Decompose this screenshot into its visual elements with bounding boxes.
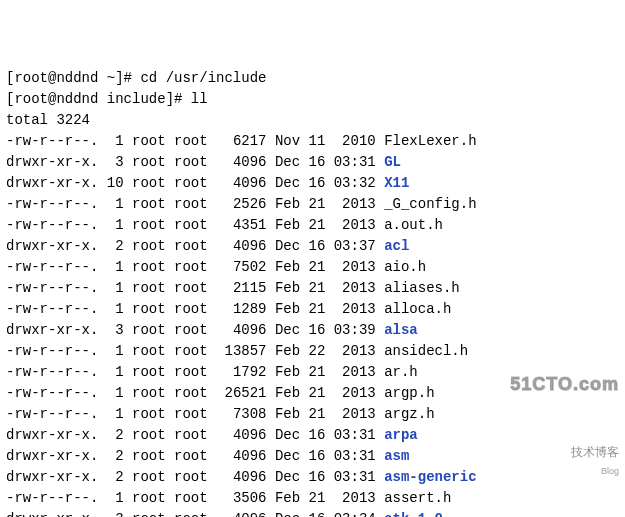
file-permissions: drwxr-xr-x.	[6, 448, 98, 464]
file-month: Feb	[266, 406, 300, 422]
file-group: root	[166, 280, 208, 296]
file-owner: root	[124, 280, 166, 296]
file-size: 4096	[208, 322, 267, 338]
spacer	[376, 133, 384, 149]
file-owner: root	[124, 406, 166, 422]
file-group: root	[166, 133, 208, 149]
file-links: 2	[98, 238, 123, 254]
file-month: Dec	[266, 469, 300, 485]
file-owner: root	[124, 448, 166, 464]
listing-row: -rw-r--r--. 1 root root 7502 Feb 21 2013…	[6, 257, 619, 278]
file-links: 3	[98, 322, 123, 338]
file-day: 16	[300, 427, 325, 443]
spacer	[376, 490, 384, 506]
file-links: 1	[98, 343, 123, 359]
file-permissions: -rw-r--r--.	[6, 406, 98, 422]
listing-row: drwxr-xr-x. 3 root root 4096 Dec 16 03:3…	[6, 509, 619, 517]
file-time: 03:39	[325, 322, 375, 338]
file-group: root	[166, 175, 208, 191]
file-size: 1289	[208, 301, 267, 317]
file-permissions: -rw-r--r--.	[6, 385, 98, 401]
file-size: 4096	[208, 448, 267, 464]
directory-name: atk-1.0	[384, 511, 443, 517]
file-group: root	[166, 322, 208, 338]
file-day: 21	[300, 406, 325, 422]
file-links: 1	[98, 280, 123, 296]
file-name: FlexLexer.h	[384, 133, 476, 149]
listing-row: drwxr-xr-x. 2 root root 4096 Dec 16 03:3…	[6, 425, 619, 446]
file-time: 2013	[325, 280, 375, 296]
file-owner: root	[124, 301, 166, 317]
listing-row: -rw-r--r--. 1 root root 26521 Feb 21 201…	[6, 383, 619, 404]
directory-name: alsa	[384, 322, 418, 338]
file-month: Dec	[266, 322, 300, 338]
file-links: 2	[98, 427, 123, 443]
spacer	[376, 175, 384, 191]
file-size: 4351	[208, 217, 267, 233]
directory-name: GL	[384, 154, 401, 170]
file-links: 1	[98, 259, 123, 275]
file-month: Dec	[266, 427, 300, 443]
file-time: 2010	[325, 133, 375, 149]
file-permissions: drwxr-xr-x.	[6, 511, 98, 517]
file-name: argz.h	[384, 406, 434, 422]
listing-row: -rw-r--r--. 1 root root 2115 Feb 21 2013…	[6, 278, 619, 299]
file-day: 21	[300, 364, 325, 380]
file-group: root	[166, 448, 208, 464]
file-owner: root	[124, 238, 166, 254]
spacer	[376, 385, 384, 401]
file-name: a.out.h	[384, 217, 443, 233]
file-name: aio.h	[384, 259, 426, 275]
file-group: root	[166, 238, 208, 254]
file-day: 16	[300, 511, 325, 517]
file-size: 13857	[208, 343, 267, 359]
file-name: ansidecl.h	[384, 343, 468, 359]
spacer	[376, 406, 384, 422]
listing-row: drwxr-xr-x. 3 root root 4096 Dec 16 03:3…	[6, 320, 619, 341]
file-links: 1	[98, 196, 123, 212]
file-size: 4096	[208, 427, 267, 443]
file-time: 03:37	[325, 238, 375, 254]
file-size: 2526	[208, 196, 267, 212]
file-links: 1	[98, 490, 123, 506]
prompt-line: [root@nddnd ~]# cd /usr/include	[6, 68, 619, 89]
total-text: total 3224	[6, 112, 90, 128]
terminal-output[interactable]: [root@nddnd ~]# cd /usr/include[root@ndd…	[6, 68, 619, 517]
file-owner: root	[124, 427, 166, 443]
file-time: 2013	[325, 301, 375, 317]
file-owner: root	[124, 133, 166, 149]
file-time: 2013	[325, 343, 375, 359]
file-permissions: drwxr-xr-x.	[6, 322, 98, 338]
listing-row: -rw-r--r--. 1 root root 1289 Feb 21 2013…	[6, 299, 619, 320]
file-permissions: -rw-r--r--.	[6, 301, 98, 317]
file-day: 21	[300, 196, 325, 212]
shell-prompt: [root@nddnd ~]#	[6, 70, 140, 86]
file-group: root	[166, 469, 208, 485]
directory-name: arpa	[384, 427, 418, 443]
file-month: Dec	[266, 175, 300, 191]
file-time: 2013	[325, 406, 375, 422]
total-line: total 3224	[6, 110, 619, 131]
listing-row: -rw-r--r--. 1 root root 4351 Feb 21 2013…	[6, 215, 619, 236]
file-group: root	[166, 385, 208, 401]
file-day: 21	[300, 385, 325, 401]
listing-row: drwxr-xr-x. 2 root root 4096 Dec 16 03:3…	[6, 446, 619, 467]
listing-row: -rw-r--r--. 1 root root 1792 Feb 21 2013…	[6, 362, 619, 383]
file-owner: root	[124, 259, 166, 275]
spacer	[376, 448, 384, 464]
listing-row: drwxr-xr-x. 2 root root 4096 Dec 16 03:3…	[6, 236, 619, 257]
file-size: 2115	[208, 280, 267, 296]
spacer	[376, 364, 384, 380]
file-size: 3506	[208, 490, 267, 506]
file-links: 1	[98, 364, 123, 380]
file-group: root	[166, 343, 208, 359]
file-time: 03:34	[325, 511, 375, 517]
file-time: 03:32	[325, 175, 375, 191]
file-size: 4096	[208, 175, 267, 191]
file-month: Dec	[266, 448, 300, 464]
spacer	[376, 427, 384, 443]
file-day: 21	[300, 259, 325, 275]
file-time: 03:31	[325, 154, 375, 170]
file-month: Feb	[266, 490, 300, 506]
spacer	[376, 322, 384, 338]
